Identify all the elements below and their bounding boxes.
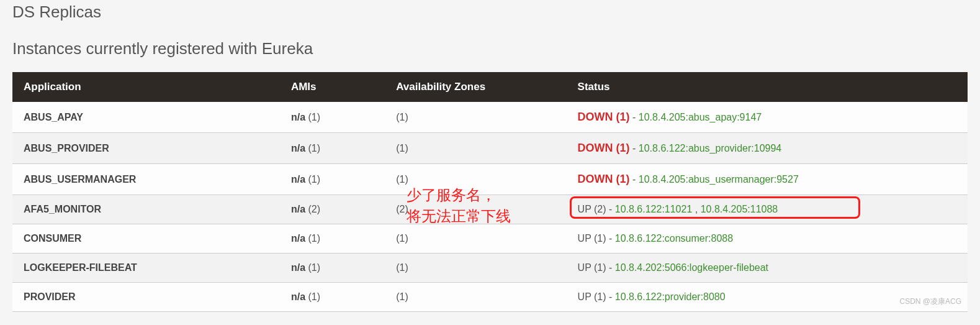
status-label: UP (2): [578, 204, 606, 214]
amis-cell: n/a (1): [280, 224, 385, 254]
col-header-status: Status: [567, 72, 968, 102]
zones-cell: (1): [385, 224, 566, 254]
status-dash: -: [630, 143, 639, 153]
instance-separator: ,: [692, 204, 700, 214]
status-cell: UP (1) - 10.8.4.202:5066:logkeeper-fileb…: [567, 254, 968, 283]
watermark: CSDN @凌康ACG: [899, 296, 961, 307]
zones-cell: (1): [385, 254, 566, 283]
amis-count: (1): [305, 262, 320, 273]
col-header-application: Application: [12, 72, 280, 102]
instance-link[interactable]: 10.8.4.205:abus_usermanager:9527: [639, 174, 799, 185]
table-row: ABUS_USERMANAGERn/a (1)(1)DOWN (1) - 10.…: [12, 164, 968, 195]
app-name-cell: AFA5_MONITOR: [12, 195, 280, 224]
status-dash: -: [606, 262, 615, 273]
amis-count: (2): [305, 204, 320, 214]
amis-prefix: n/a: [291, 291, 305, 302]
status-dash: -: [630, 112, 639, 122]
status-label: UP (1): [578, 233, 606, 244]
amis-cell: n/a (1): [280, 254, 385, 283]
col-header-amis: AMIs: [280, 72, 385, 102]
app-name-cell: ABUS_APAY: [12, 102, 280, 133]
table-row: LOGKEEPER-FILEBEATn/a (1)(1)UP (1) - 10.…: [12, 254, 968, 283]
status-dash: -: [630, 174, 639, 185]
amis-count: (1): [305, 233, 320, 244]
app-name-cell: ABUS_PROVIDER: [12, 133, 280, 164]
instances-table: Application AMIs Availability Zones Stat…: [12, 72, 968, 312]
instance-link[interactable]: 10.8.6.122:11021: [615, 204, 693, 214]
instance-link[interactable]: 10.8.6.122:consumer:8088: [615, 233, 733, 244]
status-label: DOWN (1): [578, 173, 630, 185]
status-cell: UP (1) - 10.8.6.122:consumer:8088: [567, 224, 968, 254]
table-row: PROVIDERn/a (1)(1)UP (1) - 10.8.6.122:pr…: [12, 283, 968, 312]
table-row: CONSUMERn/a (1)(1)UP (1) - 10.8.6.122:co…: [12, 224, 968, 254]
amis-count: (1): [305, 143, 320, 153]
table-header-row: Application AMIs Availability Zones Stat…: [12, 72, 968, 102]
zones-cell: (1): [385, 164, 566, 195]
status-label: UP (1): [578, 262, 606, 273]
amis-prefix: n/a: [291, 204, 305, 214]
amis-prefix: n/a: [291, 233, 305, 244]
table-row: AFA5_MONITORn/a (2)(2)UP (2) - 10.8.6.12…: [12, 195, 968, 224]
amis-cell: n/a (1): [280, 133, 385, 164]
app-name-cell: CONSUMER: [12, 224, 280, 254]
amis-cell: n/a (2): [280, 195, 385, 224]
app-name-cell: PROVIDER: [12, 283, 280, 312]
amis-prefix: n/a: [291, 143, 305, 153]
col-header-zones: Availability Zones: [385, 72, 566, 102]
amis-prefix: n/a: [291, 112, 305, 122]
amis-prefix: n/a: [291, 174, 305, 185]
status-dash: -: [606, 204, 615, 214]
app-name-cell: ABUS_USERMANAGER: [12, 164, 280, 195]
status-cell: DOWN (1) - 10.8.6.122:abus_provider:1099…: [567, 133, 968, 164]
amis-count: (1): [305, 112, 320, 122]
amis-count: (1): [305, 291, 320, 302]
status-label: UP (1): [578, 291, 606, 302]
instance-link[interactable]: 10.8.4.205:11088: [701, 204, 778, 214]
amis-count: (1): [305, 174, 320, 185]
zones-cell: (1): [385, 133, 566, 164]
status-label: DOWN (1): [578, 142, 630, 154]
zones-cell: (2): [385, 195, 566, 224]
instance-link[interactable]: 10.8.6.122:provider:8080: [615, 291, 726, 302]
ds-replicas-header: DS Replicas: [12, 2, 968, 22]
amis-cell: n/a (1): [280, 102, 385, 133]
status-cell: DOWN (1) - 10.8.4.205:abus_apay:9147: [567, 102, 968, 133]
zones-cell: (1): [385, 283, 566, 312]
status-cell: DOWN (1) - 10.8.4.205:abus_usermanager:9…: [567, 164, 968, 195]
status-dash: -: [606, 233, 615, 244]
status-label: DOWN (1): [578, 111, 630, 123]
table-row: ABUS_APAYn/a (1)(1)DOWN (1) - 10.8.4.205…: [12, 102, 968, 133]
instance-link[interactable]: 10.8.4.202:5066:logkeeper-filebeat: [615, 262, 768, 273]
status-cell: UP (2) - 10.8.6.122:11021 , 10.8.4.205:1…: [567, 195, 968, 224]
status-dash: -: [606, 291, 615, 302]
table-row: ABUS_PROVIDERn/a (1)(1)DOWN (1) - 10.8.6…: [12, 133, 968, 164]
instance-link[interactable]: 10.8.6.122:abus_provider:10994: [639, 143, 781, 153]
amis-cell: n/a (1): [280, 283, 385, 312]
instances-header: Instances currently registered with Eure…: [12, 39, 968, 58]
instance-link[interactable]: 10.8.4.205:abus_apay:9147: [639, 112, 762, 122]
app-name-cell: LOGKEEPER-FILEBEAT: [12, 254, 280, 283]
zones-cell: (1): [385, 102, 566, 133]
amis-cell: n/a (1): [280, 164, 385, 195]
amis-prefix: n/a: [291, 262, 305, 273]
